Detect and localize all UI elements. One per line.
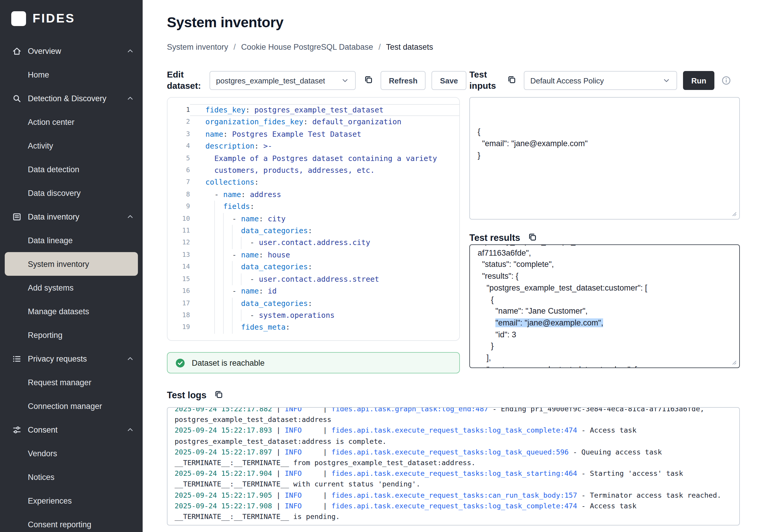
copy-icon	[506, 74, 516, 86]
fides-logo[interactable]: FIDES	[0, 8, 143, 28]
indent-guide	[214, 201, 215, 213]
sidebar-item-connection-manager[interactable]: Connection manager	[0, 394, 143, 418]
policy-select-value: Default Access Policy	[530, 76, 604, 85]
indent-guide	[214, 310, 215, 322]
yaml-editor[interactable]: 1fides_key: postgres_example_test_datase…	[167, 97, 460, 341]
save-button[interactable]: Save	[432, 71, 467, 90]
chevron-down-icon	[662, 76, 671, 85]
chevron-up-icon[interactable]	[126, 47, 134, 55]
indent-guide	[241, 273, 241, 285]
chevron-up-icon[interactable]	[126, 213, 134, 221]
log-entry: 2025-09-24 15:22:17.882 | INFO | fides.a…	[175, 407, 732, 425]
breadcrumb-item-system-inventory[interactable]: System inventory	[167, 42, 228, 52]
result-line: "email": "jane@example.com",	[478, 317, 732, 329]
resize-handle-icon[interactable]	[732, 211, 738, 218]
sidebar-item-system-inventory[interactable]: System inventory	[5, 252, 138, 276]
test-inputs-textarea[interactable]: { "email": "jane@example.com" }	[469, 97, 740, 220]
log-entry: 2025-09-24 15:22:17.897 | INFO | fides.a…	[175, 447, 732, 468]
chevron-down-icon	[341, 76, 349, 85]
test-logs-panel[interactable]: 2025-09-24 15:22:17.882 | INFO | fides.a…	[167, 407, 740, 525]
line-number: 2	[167, 116, 190, 129]
code-text: - user.contact.address.street	[190, 273, 459, 285]
code-text: data_categories:	[190, 297, 459, 310]
line-number: 17	[167, 297, 190, 310]
sidebar-section-consent[interactable]: Consent	[0, 418, 143, 441]
result-line: "postgres_example_test_dataset:customer"…	[478, 282, 732, 294]
code-text: - name: id	[190, 285, 459, 297]
copy-test-results-button[interactable]	[526, 231, 539, 244]
resize-handle-icon[interactable]	[732, 360, 738, 366]
sidebar-item-experiences[interactable]: Experiences	[0, 489, 143, 513]
privacy-requests-icon	[12, 354, 22, 364]
sidebar-section-label: Privacy requests	[28, 354, 126, 363]
result-line: "id": 3	[478, 329, 732, 340]
sidebar-item-action-center[interactable]: Action center	[0, 110, 143, 134]
chevron-up-icon[interactable]	[126, 354, 134, 363]
sidebar-item-data-discovery[interactable]: Data discovery	[0, 181, 143, 205]
sidebar-item-activity[interactable]: Activity	[0, 134, 143, 158]
copy-icon	[214, 389, 224, 401]
breadcrumb-separator: /	[233, 42, 236, 52]
test-logs-content: 2025-09-24 15:22:17.882 | INFO | fides.a…	[175, 407, 732, 522]
result-line: "results": {	[478, 270, 732, 282]
code-text: organization_fides_key: default_organiza…	[190, 116, 459, 129]
indent-guide	[232, 225, 232, 237]
run-button[interactable]: Run	[683, 71, 715, 90]
dataset-select[interactable]: postgres_example_test_dataset	[209, 71, 356, 90]
sidebar-item-home[interactable]: Home	[0, 63, 143, 86]
refresh-button[interactable]: Refresh	[380, 71, 426, 90]
info-icon[interactable]	[722, 76, 731, 85]
editor-line: 6 customers, products, addresses, etc.	[167, 164, 459, 177]
test-results-heading: Test results	[469, 231, 740, 244]
code-text: - system.operations	[190, 310, 459, 322]
test-results-textarea[interactable]: "privacy_request_id": "pri_4900ef9c-3e84…	[469, 244, 740, 368]
line-number: 11	[167, 225, 190, 237]
sidebar-item-data-lineage[interactable]: Data lineage	[0, 228, 143, 252]
sidebar-section-label: Data inventory	[28, 212, 126, 221]
page-title: System inventory	[167, 14, 740, 31]
indent-guide	[232, 310, 232, 322]
sidebar-nav: OverviewHomeDetection & DiscoveryAction …	[0, 39, 143, 532]
edit-dataset-label: Edit dataset:	[167, 70, 204, 92]
sidebar-item-manage-datasets[interactable]: Manage datasets	[0, 299, 143, 323]
breadcrumb-separator: /	[378, 42, 381, 52]
editor-line: 4description: >-	[167, 140, 459, 152]
line-number: 14	[167, 261, 190, 273]
log-entry: 2025-09-24 15:22:17.905 | INFO | fides.a…	[175, 490, 732, 500]
policy-select[interactable]: Default Access Policy	[524, 71, 677, 90]
line-number: 18	[167, 310, 190, 322]
editor-line: 10 - name: city	[167, 213, 459, 225]
sidebar-item-add-systems[interactable]: Add systems	[0, 276, 143, 299]
result-line: af71163a6fde",	[478, 247, 732, 259]
sidebar-section-data-inventory[interactable]: Data inventory	[0, 205, 143, 228]
copy-dataset-button[interactable]	[362, 74, 375, 87]
main-content: System inventory System inventory/Cookie…	[143, 0, 757, 532]
editor-line: 3name: Postgres Example Test Dataset	[167, 129, 459, 140]
sidebar-item-consent-reporting[interactable]: Consent reporting	[0, 513, 143, 532]
copy-test-logs-button[interactable]	[212, 389, 226, 402]
indent-guide	[223, 249, 224, 261]
sidebar-section-privacy-requests[interactable]: Privacy requests	[0, 347, 143, 370]
code-text: data_categories:	[190, 261, 459, 273]
content-grid: Edit dataset: postgres_example_test_data…	[167, 71, 740, 373]
sidebar-item-vendors[interactable]: Vendors	[0, 441, 143, 465]
sidebar-item-notices[interactable]: Notices	[0, 465, 143, 489]
chevron-up-icon[interactable]	[126, 94, 134, 103]
line-number: 12	[167, 237, 190, 249]
magnifier-icon	[12, 93, 22, 103]
sidebar-item-reporting[interactable]: Reporting	[0, 323, 143, 347]
test-results-title: Test results	[469, 233, 520, 243]
indent-guide	[223, 297, 224, 310]
sidebar-item-data-detection[interactable]: Data detection	[0, 158, 143, 181]
chevron-up-icon[interactable]	[126, 426, 134, 434]
code-text: data_categories:	[190, 225, 459, 237]
sidebar-section-detection-discovery[interactable]: Detection & Discovery	[0, 86, 143, 110]
indent-guide	[214, 249, 215, 261]
result-line: {	[478, 294, 732, 305]
breadcrumb-item-cookie-house-postgresql-database[interactable]: Cookie House PostgreSQL Database	[241, 42, 373, 52]
result-line: ],	[478, 352, 732, 364]
sidebar-section-overview[interactable]: Overview	[0, 39, 143, 63]
sidebar-item-request-manager[interactable]: Request manager	[0, 370, 143, 394]
test-inputs-toolbar: Test inputs Default Access Policy Run	[469, 71, 740, 91]
copy-test-inputs-button[interactable]	[505, 74, 518, 87]
